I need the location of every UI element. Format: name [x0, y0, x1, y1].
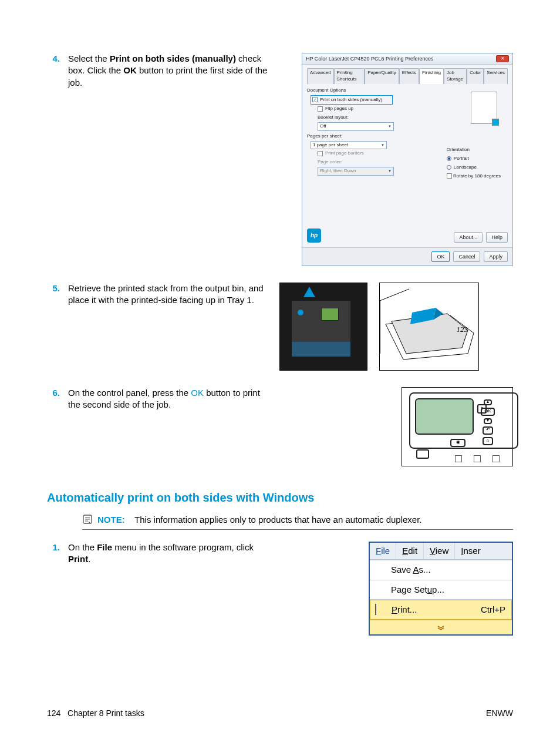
orientation-label: Orientation — [447, 147, 501, 153]
step-image-col: File Edit View Inser Save As... Page Set… — [279, 542, 513, 636]
radio-icon — [447, 156, 451, 161]
print-preferences-dialog: HP Color LaserJet CP4520 PCL6 Printing P… — [302, 53, 513, 266]
dialog-titlebar: HP Color LaserJet CP4520 PCL6 Printing P… — [302, 53, 512, 65]
menu-edit[interactable]: Edit — [396, 543, 424, 559]
tab-paper-quality[interactable]: Paper/Quality — [365, 68, 399, 84]
up-arrow-icon: ▴ — [484, 399, 492, 405]
menu-save-as[interactable]: Save As... — [370, 560, 512, 580]
menubar: File Edit View Inser — [370, 543, 512, 560]
chevron-down-icon: ▼ — [381, 143, 384, 147]
menu-print-shortcut: Ctrl+P — [481, 604, 505, 616]
page-preview-icon — [471, 92, 497, 124]
file-menu-screenshot: File Edit View Inser Save As... Page Set… — [369, 542, 513, 636]
page-number-label: 123 — [457, 324, 468, 335]
step-number: 1. — [47, 542, 68, 553]
checkbox-icon — [318, 106, 323, 112]
dialog-tabs: Advanced Printing Shortcuts Paper/Qualit… — [307, 68, 508, 84]
close-icon[interactable]: ✕ — [496, 55, 509, 62]
checkbox-icon — [447, 173, 452, 179]
help-button[interactable]: Help — [486, 232, 508, 243]
lcd-screen-icon — [415, 398, 474, 435]
step-number: 4. — [47, 53, 68, 65]
step-image-col: 123 — [279, 283, 513, 371]
hp-logo-icon: hp — [307, 228, 321, 243]
tray-diagram: 123 — [379, 283, 479, 371]
step-1: 1. On the File menu in the software prog… — [47, 542, 513, 636]
chapter-label: Chapter 8 Print tasks — [68, 708, 144, 718]
pages-per-sheet-label: Pages per sheet: — [307, 133, 508, 140]
checkbox-icon — [318, 151, 323, 156]
step-image-col: HP Color LaserJet CP4520 PCL6 Printing P… — [279, 53, 513, 266]
checkbox-icon: ✓ — [312, 97, 318, 102]
indicator-leds — [455, 455, 500, 462]
chevron-down-icon: ▼ — [388, 124, 392, 129]
apply-button[interactable]: Apply — [484, 251, 508, 262]
printer-photo — [279, 283, 367, 371]
footer-enww: ENWW — [486, 708, 513, 719]
menu-expand-icon[interactable] — [370, 620, 512, 634]
step-6: 6. On the control panel, press the OK bu… — [47, 387, 513, 466]
menu-file[interactable]: File — [370, 543, 396, 559]
step-number: 5. — [47, 283, 68, 294]
cancel-button[interactable]: Cancel — [453, 251, 480, 262]
step-number: 6. — [47, 387, 68, 399]
control-panel-diagram: ? ▴ OK ▾ ↶ ⌂ ◉ — [402, 387, 513, 466]
about-button[interactable]: About... — [454, 232, 483, 243]
ok-button[interactable]: OK — [431, 251, 450, 262]
arrow-up-icon — [303, 287, 315, 297]
section-heading: Automatically print on both sides with W… — [47, 490, 513, 506]
tab-services[interactable]: Services — [484, 68, 508, 84]
menu-view[interactable]: View — [424, 543, 455, 559]
booklet-combo[interactable]: Off▼ — [318, 122, 394, 131]
ok-panel-button: OK — [481, 408, 495, 416]
tab-job-storage[interactable]: Job Storage — [444, 68, 467, 84]
step-text: Retrieve the printed stack from the outp… — [68, 283, 279, 307]
step-text: On the File menu in the software program… — [68, 542, 279, 566]
dialog-title: HP Color LaserJet CP4520 PCL6 Printing P… — [306, 55, 433, 62]
home-button-icon: ⌂ — [483, 437, 493, 445]
step-4: 4. Select the Print on both sides (manua… — [47, 53, 513, 266]
page-footer: 124 Chapter 8 Print tasks ENWW — [47, 708, 513, 719]
landscape-radio[interactable]: Landscape — [447, 164, 501, 171]
rotate-checkbox[interactable]: Rotate by 180 degrees — [447, 173, 501, 180]
svg-line-1 — [380, 289, 409, 301]
note-label: NOTE: — [97, 515, 125, 525]
menu-print[interactable]: Print... Ctrl+P — [370, 600, 512, 620]
step-image-col: ? ▴ OK ▾ ↶ ⌂ ◉ — [279, 387, 513, 466]
note-text: This information applies only to product… — [134, 515, 421, 525]
tab-finishing[interactable]: Finishing — [419, 68, 444, 84]
step-text: Select the Print on both sides (manually… — [68, 53, 279, 89]
menu-page-setup[interactable]: Page Setup... — [370, 580, 512, 600]
radio-icon — [447, 165, 451, 170]
tab-advanced[interactable]: Advanced — [307, 68, 334, 84]
tab-color[interactable]: Color — [467, 68, 484, 84]
menu-insert[interactable]: Inser — [455, 543, 486, 559]
note-row: NOTE: This information applies only to p… — [82, 514, 513, 530]
orientation-group: Orientation Portrait Landscape Rotate by… — [447, 147, 501, 179]
step-text: On the control panel, press the OK butto… — [68, 387, 279, 411]
power-button-icon — [416, 449, 429, 459]
note-icon — [82, 514, 93, 525]
page-number: 124 — [47, 708, 60, 718]
tab-effects[interactable]: Effects — [399, 68, 419, 84]
step-5: 5. Retrieve the printed stack from the o… — [47, 283, 513, 371]
back-button-icon: ↶ — [483, 426, 493, 435]
ok-link: OK — [191, 388, 204, 398]
tab-printing-shortcuts[interactable]: Printing Shortcuts — [334, 68, 365, 84]
stop-button-icon: ◉ — [450, 439, 465, 447]
portrait-radio[interactable]: Portrait — [447, 156, 501, 162]
page-order-combo: Right, then Down▼ — [318, 167, 394, 176]
down-arrow-icon: ▾ — [484, 418, 492, 424]
chevron-down-icon: ▼ — [388, 169, 392, 173]
pages-per-sheet-combo[interactable]: 1 page per sheet▼ — [311, 141, 387, 150]
printer-icon — [375, 604, 376, 615]
print-both-sides-checkbox[interactable]: ✓ Print on both sides (manually) — [311, 95, 393, 105]
